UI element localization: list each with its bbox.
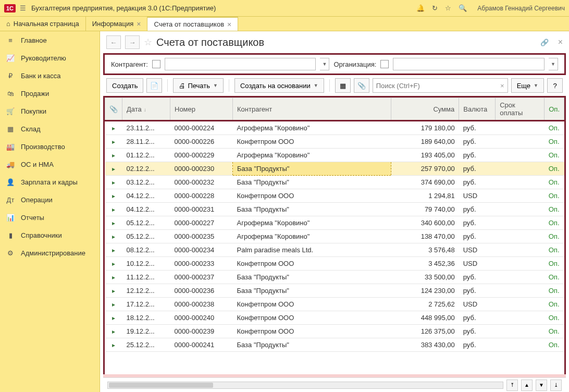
cell-number: 0000-000234 <box>170 243 233 257</box>
scroll-top-button[interactable]: ⤒ <box>506 379 518 391</box>
bell-icon[interactable]: 🔔 <box>416 4 425 12</box>
cell-due <box>496 325 545 338</box>
tab-info[interactable]: Информация × <box>86 17 148 31</box>
sidebar-item-manager[interactable]: 📈Руководителю <box>0 49 100 67</box>
table-row[interactable]: ▸03.12.2...0000-000232База "Продукты"374… <box>105 176 564 189</box>
close-icon[interactable]: × <box>558 38 563 47</box>
sidebar-item-production[interactable]: 🏭Производство <box>0 138 100 155</box>
sidebar-item-bank[interactable]: ₽Банк и касса <box>0 67 100 84</box>
favorite-star-icon[interactable]: ☆ <box>144 36 152 48</box>
scrollbar-thumb[interactable] <box>109 383 213 388</box>
sidebar-item-reports[interactable]: 📊Отчеты <box>0 209 100 226</box>
link-icon[interactable]: 🔗 <box>540 39 549 46</box>
table-row[interactable]: ▸02.12.2...0000-000230База "Продукты"257… <box>105 162 564 176</box>
sidebar-item-hr[interactable]: 👤Зарплата и кадры <box>0 173 100 191</box>
table-row[interactable]: ▸01.12.2...0000-000229Агроферма "Коровин… <box>105 149 564 162</box>
close-icon[interactable]: × <box>137 20 141 28</box>
hamburger-icon[interactable]: ☰ <box>20 4 26 12</box>
col-sum[interactable]: Сумма <box>391 98 459 121</box>
org-input[interactable] <box>393 58 545 70</box>
cell-sum: 257 970,00 <box>391 162 459 176</box>
sidebar-item-purchases[interactable]: 🛒Покупки <box>0 102 100 120</box>
tab-invoices[interactable]: Счета от поставщиков × <box>147 17 238 31</box>
nav-back-button[interactable]: ← <box>106 35 121 49</box>
nav-forward-button[interactable]: → <box>125 35 140 49</box>
table-row[interactable]: ▸23.11.2...0000-000224Агроферма "Коровин… <box>105 121 564 135</box>
search-input[interactable] <box>376 82 500 90</box>
cell-contragent: Конфетпром ООО <box>233 325 391 338</box>
register-button[interactable]: ▦ <box>335 78 351 93</box>
col-contragent[interactable]: Контрагент <box>233 98 391 121</box>
table-row[interactable]: ▸17.12.2...0000-000238Конфетпром ООО2 72… <box>105 298 564 311</box>
scroll-bottom-button[interactable]: ⤓ <box>550 379 562 391</box>
org-checkbox[interactable] <box>380 60 389 68</box>
search-box[interactable]: × <box>373 78 508 93</box>
sidebar-item-warehouse[interactable]: ▦Склад <box>0 120 100 138</box>
contragent-checkbox[interactable] <box>152 60 160 68</box>
cell-currency: руб. <box>459 338 496 352</box>
create-button[interactable]: Создать <box>106 78 143 93</box>
sidebar-item-admin[interactable]: ⚙Администрирование <box>0 244 100 262</box>
cell-sum: 179 180,00 <box>391 121 459 135</box>
cell-currency: USD <box>459 189 496 203</box>
col-date[interactable]: Дата↓ <box>122 98 170 121</box>
star-icon[interactable]: ☆ <box>445 4 451 12</box>
table-row[interactable]: ▸25.12.2...0000-000241База "Продукты"383… <box>105 338 564 352</box>
sidebar-item-operations[interactable]: ДтОперации <box>0 191 100 209</box>
sidebar-item-main[interactable]: ≡Главное <box>0 31 100 49</box>
cell-currency: руб. <box>459 230 496 243</box>
cell-sum: 189 640,00 <box>391 135 459 149</box>
table-row[interactable]: ▸04.12.2...0000-000231База "Продукты"79 … <box>105 203 564 216</box>
search-icon[interactable]: 🔍 <box>459 4 467 12</box>
col-date-label: Дата <box>127 105 142 113</box>
sidebar-item-sales[interactable]: 🛍Продажи <box>0 84 100 102</box>
user-name[interactable]: Абрамов Геннадий Сергеевич <box>477 5 565 12</box>
bars-icon: 📊 <box>6 213 15 222</box>
list-icon: ≡ <box>6 36 15 44</box>
close-icon[interactable]: × <box>227 20 231 29</box>
col-payment[interactable]: Оп. <box>545 98 564 121</box>
more-button[interactable]: Еще▼ <box>511 78 544 93</box>
table-row[interactable]: ▸05.12.2...0000-000235Агроферма "Коровин… <box>105 230 564 243</box>
scroll-down-button[interactable]: ▼ <box>536 379 547 391</box>
table-row[interactable]: ▸28.11.2...0000-000226Конфетпром ООО189 … <box>105 135 564 149</box>
table-row[interactable]: ▸11.12.2...0000-000237База "Продукты"33 … <box>105 271 564 284</box>
cell-due <box>496 230 545 243</box>
table-row[interactable]: ▸18.12.2...0000-000240Конфетпром ООО448 … <box>105 311 564 325</box>
horizontal-scrollbar[interactable] <box>107 382 503 389</box>
history-icon[interactable]: ↻ <box>432 4 438 12</box>
cell-payment: Оп. <box>545 149 564 162</box>
scroll-up-button[interactable]: ▲ <box>521 379 533 391</box>
sidebar-item-label: Руководителю <box>21 54 66 62</box>
org-dropdown-icon[interactable]: ▼ <box>549 58 558 70</box>
table-row[interactable]: ▸10.12.2...0000-000233Конфетпром ООО3 45… <box>105 257 564 271</box>
copy-button[interactable]: 📄 <box>146 78 162 93</box>
debit-credit-icon: Дт <box>6 195 15 204</box>
contragent-input[interactable] <box>165 58 316 70</box>
col-currency[interactable]: Валюта <box>459 98 496 121</box>
chevron-down-icon: ▼ <box>213 83 218 88</box>
table-row[interactable]: ▸19.12.2...0000-000239Конфетпром ООО126 … <box>105 325 564 338</box>
sidebar-item-label: Администрирование <box>21 249 85 257</box>
col-attachment[interactable]: 📎 <box>105 98 122 121</box>
cell-number: 0000-000229 <box>170 149 233 162</box>
contragent-dropdown-icon[interactable]: ▼ <box>320 58 329 70</box>
cell-due <box>496 257 545 271</box>
sidebar-item-directories[interactable]: ▮Справочники <box>0 226 100 244</box>
col-due[interactable]: Срок оплаты <box>496 98 545 121</box>
attach-button[interactable]: 📎 <box>354 78 369 93</box>
document-icon: ▸ <box>112 125 115 132</box>
table-row[interactable]: ▸12.12.2...0000-000236База "Продукты"124… <box>105 284 564 298</box>
col-number[interactable]: Номер <box>170 98 233 121</box>
table-row[interactable]: ▸05.12.2...0000-000227Агроферма "Коровин… <box>105 216 564 230</box>
table-row[interactable]: ▸08.12.2...0000-000234Palm paradise meal… <box>105 243 564 257</box>
print-button[interactable]: 🖨Печать▼ <box>173 78 224 93</box>
create-based-button[interactable]: Создать на основании▼ <box>234 78 324 93</box>
cell-sum: 448 995,00 <box>391 311 459 325</box>
help-button[interactable]: ? <box>547 78 563 93</box>
tab-home[interactable]: ⌂ Начальная страница <box>0 17 86 31</box>
sidebar-item-assets[interactable]: 🚚ОС и НМА <box>0 155 100 173</box>
table-row[interactable]: ▸04.12.2...0000-000228Конфетпром ООО1 29… <box>105 189 564 203</box>
clear-search-icon[interactable]: × <box>500 82 504 90</box>
cell-number: 0000-000236 <box>170 284 233 298</box>
